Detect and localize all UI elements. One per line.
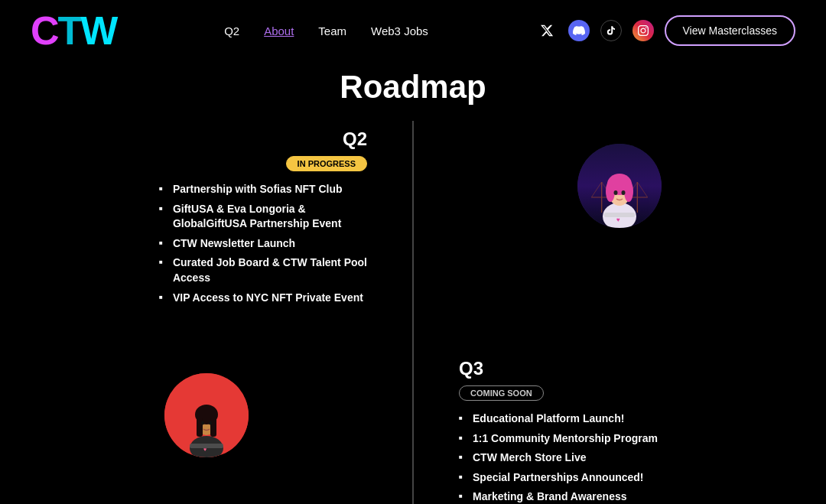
q3-left: ◆ ◆ ◆ ◆ ◆ ◆ ◆ bbox=[0, 358, 413, 457]
nav-web3jobs[interactable]: Web3 Jobs bbox=[371, 24, 428, 37]
q2-label: Q2 bbox=[343, 128, 367, 150]
nav-team[interactable]: Team bbox=[318, 24, 346, 37]
svg-text:♥: ♥ bbox=[616, 216, 620, 223]
list-item: 1:1 Community Mentorship Program bbox=[459, 431, 658, 447]
svg-point-11 bbox=[624, 180, 633, 202]
q2-row: Q2 IN PROGRESS Partnership with Sofias N… bbox=[0, 121, 826, 335]
q2-right: ♥ bbox=[413, 128, 826, 228]
header: CTW Q2 About Team Web3 Jobs View M bbox=[0, 0, 826, 61]
q3-avatar: ◆ ◆ ◆ ◆ ◆ ◆ ◆ bbox=[164, 373, 249, 457]
q2-badge: IN PROGRESS bbox=[286, 156, 367, 171]
list-item: CTW Merch Store Live bbox=[459, 450, 658, 466]
logo-w: W bbox=[80, 8, 116, 53]
svg-point-12 bbox=[614, 190, 618, 195]
tiktok-icon[interactable] bbox=[600, 20, 622, 41]
nav-about[interactable]: About bbox=[264, 24, 294, 37]
list-item: CTW Newsletter Launch bbox=[159, 236, 367, 252]
svg-rect-26 bbox=[197, 418, 203, 437]
q3-right: Q3 COMING SOON Educational Platform Laun… bbox=[413, 358, 826, 504]
list-item: Educational Platform Launch! bbox=[459, 411, 658, 427]
main-content: Roadmap Q2 IN PROGRESS Partnership with … bbox=[0, 61, 826, 504]
q3-row: ◆ ◆ ◆ ◆ ◆ ◆ ◆ bbox=[0, 350, 826, 504]
svg-point-10 bbox=[606, 180, 615, 202]
svg-text:♥: ♥ bbox=[203, 447, 206, 452]
svg-point-29 bbox=[209, 421, 212, 425]
page-title: Roadmap bbox=[0, 69, 826, 106]
q2-list: Partnership with Sofias NFT Club GiftUSA… bbox=[159, 182, 367, 310]
discord-icon[interactable] bbox=[568, 20, 590, 41]
q3-badge: COMING SOON bbox=[459, 385, 544, 401]
list-item: VIP Access to NYC NFT Private Event bbox=[159, 291, 367, 306]
list-item: Curated Job Board & CTW Talent PoolAcces… bbox=[159, 255, 367, 285]
view-masterclasses-button[interactable]: View Masterclasses bbox=[665, 15, 795, 46]
instagram-icon[interactable] bbox=[633, 20, 654, 41]
q2-left: Q2 IN PROGRESS Partnership with Sofias N… bbox=[0, 128, 413, 310]
svg-rect-27 bbox=[210, 418, 216, 437]
timeline: Q2 IN PROGRESS Partnership with Sofias N… bbox=[0, 121, 826, 504]
logo-c: C bbox=[31, 8, 58, 53]
list-item: Partnership with Sofias NFT Club bbox=[159, 182, 367, 197]
list-item: Marketing & Brand AwarenessActivations bbox=[459, 489, 658, 504]
list-item: Special Partnerships Announced! bbox=[459, 470, 658, 486]
q3-list: Educational Platform Launch! 1:1 Communi… bbox=[459, 411, 658, 504]
logo[interactable]: CTW bbox=[31, 11, 116, 50]
svg-point-13 bbox=[622, 190, 626, 195]
logo-t: T bbox=[58, 8, 81, 53]
nav-utility[interactable]: Q2 bbox=[224, 24, 239, 37]
social-icons: View Masterclasses bbox=[536, 15, 795, 46]
twitter-icon[interactable] bbox=[536, 20, 558, 41]
list-item: GiftUSA & Eva Longoria &GlobalGiftUSA Pa… bbox=[159, 202, 367, 232]
svg-point-28 bbox=[201, 421, 204, 425]
q3-label: Q3 bbox=[459, 358, 483, 379]
main-nav: Q2 About Team Web3 Jobs bbox=[224, 24, 428, 37]
q2-avatar: ♥ bbox=[577, 144, 662, 228]
